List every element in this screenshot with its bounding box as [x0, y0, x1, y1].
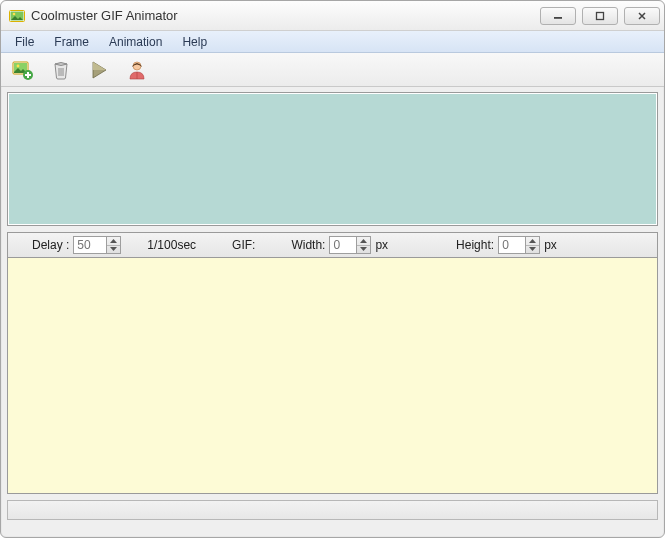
titlebar: Coolmuster GIF Animator — [1, 1, 664, 31]
delay-down-icon[interactable] — [107, 246, 120, 254]
width-down-icon[interactable] — [357, 246, 370, 254]
menu-frame[interactable]: Frame — [44, 31, 99, 52]
app-icon — [9, 8, 25, 24]
menu-file[interactable]: File — [5, 31, 44, 52]
gif-label: GIF: — [232, 238, 255, 252]
width-spinner: 0 — [329, 236, 371, 254]
user-button[interactable] — [125, 58, 149, 82]
delete-button[interactable] — [49, 58, 73, 82]
width-label: Width: — [291, 238, 325, 252]
delay-up-icon[interactable] — [107, 237, 120, 246]
window-title: Coolmuster GIF Animator — [31, 8, 540, 23]
add-image-button[interactable] — [11, 58, 35, 82]
svg-rect-4 — [597, 12, 604, 19]
delay-spinner: 50 — [73, 236, 121, 254]
svg-point-7 — [17, 64, 20, 67]
height-up-icon[interactable] — [526, 237, 539, 246]
statusbar — [7, 500, 658, 520]
app-window: Coolmuster GIF Animator File Frame Anima… — [0, 0, 665, 538]
delay-label: Delay : — [32, 238, 69, 252]
statusbar-wrap — [1, 494, 664, 537]
delay-spin-buttons[interactable] — [107, 236, 121, 254]
svg-rect-10 — [25, 74, 31, 76]
width-unit: px — [375, 238, 388, 252]
height-unit: px — [544, 238, 557, 252]
menubar: File Frame Animation Help — [1, 31, 664, 53]
preview-panel — [7, 92, 658, 226]
menu-animation[interactable]: Animation — [99, 31, 172, 52]
height-down-icon[interactable] — [526, 246, 539, 254]
maximize-button[interactable] — [582, 7, 618, 25]
options-bar: Delay : 50 1/100sec GIF: Width: 0 — [7, 232, 658, 258]
preview-wrap — [1, 87, 664, 226]
height-input[interactable]: 0 — [498, 236, 526, 254]
menu-help[interactable]: Help — [172, 31, 217, 52]
height-label: Height: — [456, 238, 494, 252]
delay-unit: 1/100sec — [147, 238, 196, 252]
width-input[interactable]: 0 — [329, 236, 357, 254]
toolbar — [1, 53, 664, 87]
play-button[interactable] — [87, 58, 111, 82]
svg-point-2 — [13, 12, 16, 15]
height-spin-buttons[interactable] — [526, 236, 540, 254]
close-button[interactable] — [624, 7, 660, 25]
minimize-button[interactable] — [540, 7, 576, 25]
delay-input[interactable]: 50 — [73, 236, 107, 254]
width-spin-buttons[interactable] — [357, 236, 371, 254]
height-spinner: 0 — [498, 236, 540, 254]
width-up-icon[interactable] — [357, 237, 370, 246]
window-controls — [540, 7, 660, 25]
svg-rect-3 — [554, 17, 562, 19]
lower-wrap: Delay : 50 1/100sec GIF: Width: 0 — [1, 232, 664, 494]
frames-panel — [7, 258, 658, 494]
